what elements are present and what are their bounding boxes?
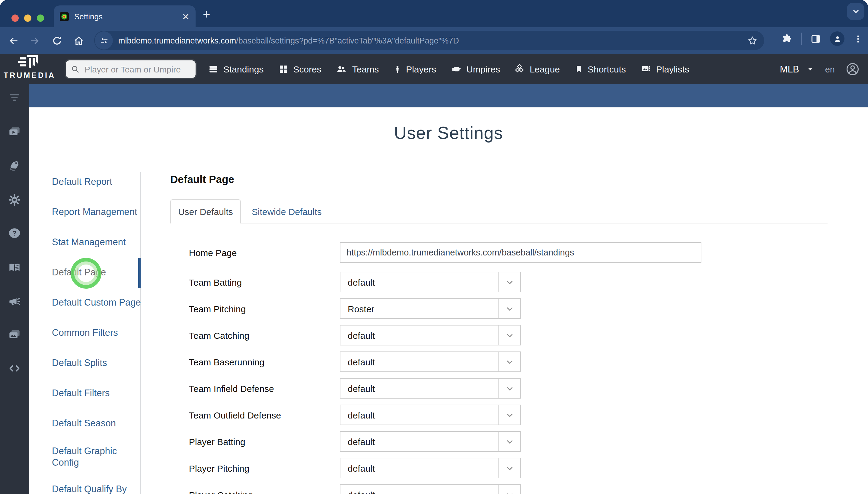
trumedia-logo-mark [2, 54, 57, 71]
league-selector[interactable]: MLB [780, 64, 814, 75]
brand-text: TRUMEDIA [2, 71, 57, 80]
field-label-team-outfield-defense: Team Outfield Defense [189, 410, 281, 420]
account-icon[interactable] [846, 62, 860, 76]
menu-item-default-graphic-config[interactable]: Default Graphic Config [52, 445, 124, 468]
chevron-down-icon [498, 485, 520, 494]
field-label-team-infield-defense: Team Infield Defense [189, 383, 274, 394]
nav-item-scores[interactable]: Scores [278, 64, 321, 74]
tab-user-defaults[interactable]: User Defaults [170, 199, 241, 224]
menu-item-default-report[interactable]: Default Report [52, 176, 112, 187]
nav-item-umpires[interactable]: Umpires [451, 64, 500, 74]
browser-profile-avatar[interactable] [830, 32, 845, 46]
bookmark-star-icon[interactable] [747, 35, 758, 46]
nav-label: Scores [293, 64, 321, 74]
home-button[interactable] [73, 35, 84, 46]
league-selector-value: MLB [780, 64, 799, 75]
menu-item-default-custom-page[interactable]: Default Custom Page [52, 297, 141, 308]
player-catching-select[interactable]: default [340, 484, 521, 494]
field-label-team-catching: Team Catching [189, 330, 249, 341]
reload-button[interactable] [51, 35, 63, 46]
forward-button[interactable] [29, 35, 40, 46]
select-value: default [340, 463, 498, 473]
team-pitching-select[interactable]: Roster [340, 298, 521, 319]
code-icon[interactable] [8, 362, 21, 375]
window-zoom-button[interactable] [37, 15, 44, 22]
team-outfield-defense-select[interactable]: default [340, 405, 521, 425]
team-baserunning-select[interactable]: default [340, 352, 521, 372]
shortcuts-icon [574, 64, 583, 74]
team-infield-defense-select[interactable]: default [340, 378, 521, 399]
filter-icon[interactable] [8, 91, 21, 103]
chevron-down-icon [498, 272, 520, 292]
tab-close-icon[interactable]: ✕ [182, 12, 190, 21]
menu-item-default-filters[interactable]: Default Filters [52, 387, 110, 399]
select-value: default [340, 436, 498, 446]
chevron-down-icon [498, 325, 520, 345]
player-batting-select[interactable]: default [340, 431, 521, 452]
player-pitching-select[interactable]: default [340, 458, 521, 478]
language-selector[interactable]: en [825, 64, 835, 74]
field-label-player-batting: Player Batting [189, 437, 245, 447]
home-page-input[interactable] [340, 242, 702, 263]
chevron-down-icon [498, 379, 520, 398]
back-button[interactable] [8, 35, 19, 46]
menu-item-common-filters[interactable]: Common Filters [52, 327, 118, 338]
select-value: default [340, 383, 498, 394]
site-info-button[interactable] [95, 32, 113, 50]
side-panel-icon[interactable] [810, 33, 822, 44]
nav-label: Playlists [656, 64, 689, 74]
select-value: default [340, 490, 498, 494]
nav-item-shortcuts[interactable]: Shortcuts [574, 64, 626, 74]
help-icon[interactable]: ? [8, 227, 21, 239]
nav-item-league[interactable]: League [515, 64, 560, 74]
menu-item-default-splits[interactable]: Default Splits [52, 357, 107, 368]
browser-tab[interactable]: Settings ✕ [54, 5, 196, 27]
nav-label: Umpires [466, 64, 500, 74]
megaphone-icon[interactable] [8, 295, 21, 307]
window-close-button[interactable] [12, 15, 19, 22]
new-tab-button[interactable]: + [203, 7, 210, 22]
menu-item-report-management[interactable]: Report Management [52, 206, 137, 217]
toolbar-divider [801, 33, 802, 45]
field-label-team-batting: Team Batting [189, 277, 242, 287]
gear-icon[interactable] [8, 194, 21, 206]
nav-item-players[interactable]: Players [393, 64, 436, 74]
tags-icon[interactable] [8, 159, 21, 172]
nav-item-teams[interactable]: Teams [336, 64, 379, 74]
browser-menu-kebab-icon[interactable] [853, 33, 863, 44]
search-input[interactable] [83, 64, 191, 75]
chevron-down-icon [498, 299, 520, 318]
window-minimize-button[interactable] [24, 15, 32, 22]
team-catching-select[interactable]: default [340, 325, 521, 345]
global-search[interactable] [64, 59, 197, 79]
nav-label: League [530, 64, 560, 74]
site-header: TRUMEDIA Standings Scores Teams Players [0, 54, 868, 84]
main-nav: Standings Scores Teams Players Umpires L… [208, 54, 689, 84]
search-icon [71, 64, 80, 74]
field-label-player-catching: Player Catching [189, 490, 253, 494]
nav-label: Shortcuts [588, 64, 626, 74]
team-batting-select[interactable]: default [340, 272, 521, 292]
tab-title: Settings [74, 12, 182, 21]
video-playlist-icon[interactable] [8, 126, 21, 138]
chevron-down-icon [851, 7, 860, 16]
select-value: default [340, 330, 498, 340]
nav-label: Players [406, 64, 436, 74]
menu-item-default-qualify-by[interactable]: Default Qualify By [52, 483, 127, 494]
tab-search-button[interactable] [847, 3, 864, 20]
select-value: default [340, 277, 498, 287]
trumedia-logo[interactable]: TRUMEDIA [2, 54, 57, 84]
scores-icon [278, 64, 288, 74]
nav-item-standings[interactable]: Standings [208, 64, 263, 74]
book-icon[interactable] [8, 262, 21, 273]
field-label-team-pitching: Team Pitching [189, 304, 246, 314]
person-icon [833, 34, 842, 43]
images-icon[interactable] [8, 328, 21, 341]
menu-item-stat-management[interactable]: Stat Management [52, 236, 126, 248]
menu-item-default-season[interactable]: Default Season [52, 417, 116, 429]
nav-item-playlists[interactable]: Playlists [640, 64, 689, 74]
teams-icon [336, 64, 348, 74]
extensions-icon[interactable] [781, 33, 792, 44]
tab-sitewide-defaults[interactable]: Sitewide Defaults [252, 199, 322, 224]
url-bar[interactable]: mlbdemo.trumedianetworks.com/baseball/se… [94, 31, 764, 50]
